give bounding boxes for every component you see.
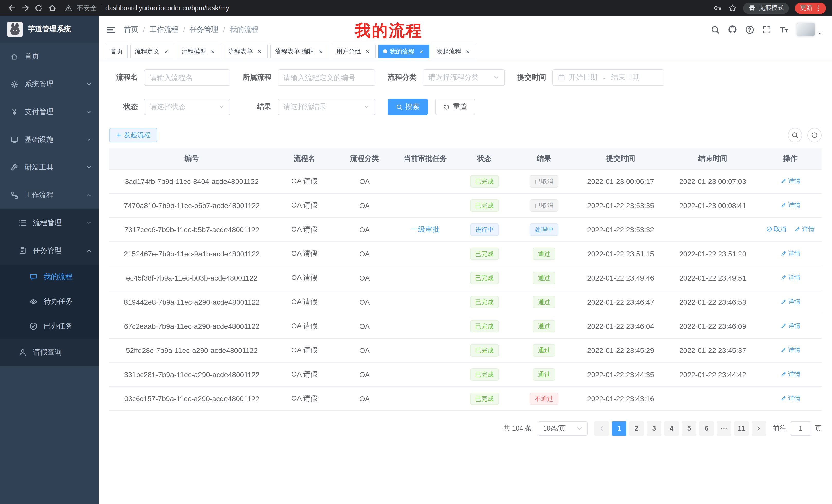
user-avatar-dropdown[interactable] [797,23,823,36]
start-date-placeholder[interactable]: 开始日期 [569,73,598,82]
browser-home-button[interactable] [45,1,59,15]
page-button-2[interactable]: 2 [629,421,644,436]
sidebar-item-workflow[interactable]: 工作流程 [0,181,99,209]
address-bar[interactable]: 不安全 dashboard.yudao.iocoder.cn/bpm/task/… [65,3,713,12]
detail-link[interactable]: 详情 [780,346,800,355]
goto-page-input[interactable] [790,421,811,436]
help-icon[interactable] [745,25,754,34]
detail-link[interactable]: 详情 [780,273,800,282]
cell-end-time: 2022-01-22 23:49:51 [667,265,759,290]
detail-link[interactable]: 详情 [780,321,800,330]
owner-process-label: 所属流程 [243,73,271,82]
refresh-table-button[interactable] [807,128,822,142]
sidebar-item-process-management[interactable]: 流程管理 [0,209,99,237]
search-button[interactable]: 搜索 [388,99,428,115]
page-button-1[interactable]: 1 [612,421,626,436]
col-result: 结果 [513,148,575,169]
tab-label: 发起流程 [437,47,461,56]
process-definition-input[interactable] [278,69,375,86]
close-icon[interactable]: × [162,48,170,55]
detail-link[interactable]: 详情 [780,249,800,258]
page-size-select[interactable]: 10条/页 [538,421,588,436]
font-size-icon[interactable] [779,25,789,34]
detail-link[interactable]: 详情 [780,298,800,306]
page-button-11[interactable]: 11 [734,421,749,436]
page-button-4[interactable]: 4 [665,421,679,436]
close-icon[interactable]: × [364,48,371,55]
tab-process-model[interactable]: 流程模型× [177,45,221,58]
tab-start-process[interactable]: 发起流程× [432,45,476,58]
close-icon[interactable]: × [256,48,263,55]
calendar-icon [558,74,565,81]
status-select[interactable]: 请选择状态 [144,99,230,115]
bookmark-star-icon[interactable] [728,4,737,12]
tab-process-definition[interactable]: 流程定义× [130,45,174,58]
current-task-link[interactable]: 一级审批 [411,225,440,233]
result-select[interactable]: 请选择流结果 [278,99,375,115]
cell-name: OA 请假 [275,386,334,411]
tab-my-process[interactable]: 我的流程× [379,45,430,58]
page-ellipsis-button[interactable]: ··· [717,421,731,436]
next-page-button[interactable] [752,421,766,436]
submit-time-range-picker[interactable]: 开始日期 - 结束日期 [552,69,665,86]
cell-category: OA [334,290,395,314]
sidebar-item-task-management[interactable]: 任务管理 [0,237,99,264]
chevron-down-icon [86,137,92,142]
tab-user-group[interactable]: 用户分组× [332,45,376,58]
close-icon[interactable]: × [209,48,216,55]
github-icon[interactable] [728,25,737,34]
reset-button[interactable]: 重置 [435,99,475,115]
security-badge[interactable]: 不安全 [77,3,97,12]
end-date-placeholder[interactable]: 结束日期 [611,73,640,82]
breadcrumb-task-management[interactable]: 任务管理 [190,25,218,34]
sidebar-item-payment-management[interactable]: 支付管理 [0,98,99,126]
sidebar-item-system-management[interactable]: 系统管理 [0,71,99,98]
detail-link[interactable]: 详情 [780,201,800,209]
detail-link[interactable]: 详情 [780,370,800,379]
sidebar-item-leave-query[interactable]: 请假查询 [0,339,99,366]
browser-update-button[interactable]: 更新 [795,2,826,13]
search-icon[interactable] [711,25,720,34]
app-logo[interactable]: 芋道管理系统 [0,16,99,43]
cell-submit-time: 2022-01-22 23:49:46 [575,265,667,290]
tab-home[interactable]: 首页 [106,45,128,58]
close-icon[interactable]: × [317,48,324,55]
page-url[interactable]: dashboard.yudao.iocoder.cn/bpm/task/my [105,4,229,12]
sidebar-toggle[interactable] [106,24,116,35]
tab-process-form-edit[interactable]: 流程表单-编辑× [270,45,329,58]
sidebar-item-dev-tools[interactable]: 研发工具 [0,153,99,181]
close-icon[interactable]: × [464,48,471,55]
status-tag: 已完成 [470,296,499,308]
cell-end-time: 2022-01-22 23:45:37 [667,338,759,362]
sidebar-item-home[interactable]: 首页 [0,43,99,71]
start-process-button[interactable]: 发起流程 [109,128,157,142]
avatar[interactable] [797,23,815,36]
cell-category: OA [334,314,395,338]
page-button-3[interactable]: 3 [647,421,661,436]
breadcrumb-workflow[interactable]: 工作流程 [150,25,178,34]
browser-reload-button[interactable] [32,1,45,15]
browser-back-button[interactable] [5,1,19,15]
process-name-input[interactable] [144,69,230,86]
page-button-6[interactable]: 6 [699,421,714,436]
detail-link[interactable]: 详情 [795,225,814,234]
detail-link[interactable]: 详情 [780,177,800,186]
sidebar-item-infrastructure[interactable]: 基础设施 [0,126,99,153]
close-icon[interactable]: × [418,48,425,55]
page-button-5[interactable]: 5 [682,421,696,436]
category-select[interactable]: 请选择流程分类 [423,69,505,86]
sidebar-item-todo-tasks[interactable]: 待办任务 [0,289,99,314]
browser-forward-button[interactable] [19,1,32,15]
toggle-search-button[interactable] [788,128,802,142]
breadcrumb-home[interactable]: 首页 [124,25,138,34]
kebab-menu-icon[interactable] [814,4,822,11]
fullscreen-icon[interactable] [762,25,771,34]
tab-process-form[interactable]: 流程表单× [224,45,268,58]
cancel-link[interactable]: 取消 [766,225,786,234]
detail-link[interactable]: 详情 [780,394,800,403]
sidebar-item-my-process[interactable]: 我的流程 [0,264,99,289]
sidebar-item-done-tasks[interactable]: 已办任务 [0,314,99,339]
password-key-icon[interactable] [713,4,722,12]
prev-page-button[interactable] [594,421,609,436]
incognito-badge: 无痕模式 [743,2,789,13]
